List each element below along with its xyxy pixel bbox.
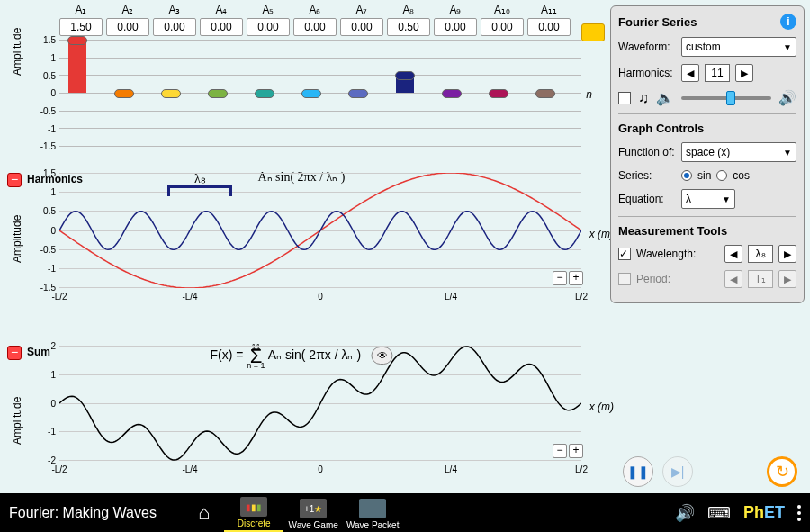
period-checkbox[interactable] — [618, 273, 631, 285]
function-of-label: Function of: — [618, 146, 676, 158]
equation-label: Equation: — [618, 193, 676, 205]
step-button[interactable]: ▶| — [662, 456, 693, 487]
nav-tab-wave-packet[interactable]: Wave Packet — [343, 497, 402, 532]
amp-slider-10[interactable] — [489, 89, 508, 98]
wavelength-next[interactable]: ▶ — [778, 245, 796, 263]
amp-header: A₁₀ — [481, 4, 524, 16]
chevron-down-icon: ▼ — [722, 194, 731, 204]
amp-input-5[interactable] — [247, 18, 290, 36]
keyboard-icon[interactable]: ⌨ — [707, 503, 731, 523]
harmonics-chart: 1.510.50-0.5-1-1.5 λ₈ x (m) − + -L/2-L/4… — [59, 173, 581, 288]
amp-input-1[interactable] — [59, 18, 103, 36]
amp-slider-8[interactable] — [395, 71, 415, 80]
sound-checkbox[interactable] — [618, 92, 631, 104]
amp-header: A₇ — [340, 4, 383, 16]
measurement-tools-heading: Measurement Tools — [618, 224, 727, 238]
info-button[interactable]: i — [780, 14, 796, 30]
waveform-select[interactable]: custom▼ — [681, 37, 796, 57]
nav-tab-wave-game[interactable]: +1★Wave Game — [284, 497, 343, 532]
wavelength-label: Wavelength: — [636, 248, 719, 260]
period-prev: ◀ — [724, 270, 742, 288]
navbar: Fourier: Making Waves ⌂ ▮▮▮Discrete+1★Wa… — [0, 493, 810, 532]
wavelength-prev[interactable]: ◀ — [724, 245, 742, 263]
period-value: T₁ — [748, 270, 773, 288]
series-sin-radio[interactable] — [681, 170, 692, 181]
amp-input-11[interactable] — [527, 18, 571, 36]
amp-input-6[interactable] — [293, 18, 337, 36]
equation-select[interactable]: λ▼ — [681, 189, 735, 209]
fourier-heading: Fourier Series — [618, 15, 697, 29]
harmonics-collapse-button[interactable]: − — [7, 173, 22, 187]
period-label: Period: — [636, 273, 719, 285]
harmonics-decrement[interactable]: ◀ — [681, 64, 699, 82]
speaker-high-icon: 🔊 — [778, 89, 796, 106]
wavelength-checkbox[interactable] — [618, 248, 631, 260]
control-panel: Fourier Series i Waveform: custom▼ Harmo… — [610, 5, 805, 303]
amp-slider-4[interactable] — [208, 89, 228, 98]
amp-header: A₈ — [387, 4, 430, 16]
series-cos-radio[interactable] — [716, 170, 727, 181]
amp-header: A₁₁ — [527, 4, 571, 16]
reset-button[interactable]: ↻ — [767, 456, 797, 487]
amp-header: A₃ — [153, 4, 196, 16]
amp-slider-2[interactable] — [114, 89, 134, 98]
amp-input-3[interactable] — [153, 18, 196, 36]
amp-header: A₅ — [247, 4, 290, 16]
amp-input-7[interactable] — [340, 18, 383, 36]
amp-header: A₆ — [293, 4, 337, 16]
phet-logo[interactable]: PhET — [743, 503, 785, 522]
eraser-button[interactable] — [581, 23, 605, 41]
amp-input-2[interactable] — [106, 18, 149, 36]
play-controls: ❚❚ ▶| — [623, 456, 693, 487]
lambda-marker-label: λ₈ — [194, 171, 206, 186]
pause-button[interactable]: ❚❚ — [623, 456, 653, 487]
amplitude-chart: 1.510.50-0.5-1-1.5 n — [59, 40, 581, 146]
amplitude-y-label: Amplitude — [11, 28, 23, 76]
app-title: Fourier: Making Waves — [9, 505, 157, 521]
amp-input-9[interactable] — [434, 18, 477, 36]
period-next: ▶ — [778, 270, 796, 288]
harmonics-zoom-in[interactable]: + — [569, 271, 583, 285]
wavelength-value: λ₈ — [748, 245, 773, 263]
amp-slider-5[interactable] — [255, 89, 274, 98]
amp-header: A₁ — [59, 4, 103, 16]
chevron-down-icon: ▼ — [783, 148, 792, 158]
menu-button[interactable] — [797, 505, 801, 521]
amplitude-section: Amplitude A₁A₂A₃A₄A₅A₆A₇A₈A₉A₁₀A₁₁ 1.510… — [7, 4, 596, 157]
nav-tab-discrete[interactable]: ▮▮▮Discrete — [224, 495, 284, 532]
sum-x-label: x (m) — [590, 401, 614, 413]
amp-header: A₉ — [434, 4, 477, 16]
sound-toggle-icon[interactable]: 🔊 — [675, 503, 695, 523]
harmonics-count-label: Harmonics: — [618, 67, 676, 79]
amp-input-4[interactable] — [200, 18, 243, 36]
amp-slider-7[interactable] — [348, 89, 368, 98]
amp-header: A₄ — [200, 4, 243, 16]
amp-slider-1[interactable] — [68, 36, 87, 45]
amp-slider-6[interactable] — [302, 89, 321, 98]
sum-collapse-button[interactable]: − — [7, 346, 22, 360]
waveform-label: Waveform: — [618, 41, 676, 53]
amp-input-8[interactable] — [387, 18, 430, 36]
n-axis-label: n — [586, 88, 592, 101]
harmonics-section: − Harmonics Aₙ sin( 2πx / λₙ ) Amplitude… — [7, 173, 596, 320]
volume-slider[interactable] — [681, 96, 771, 100]
music-note-icon: ♫ — [638, 90, 649, 106]
sum-chart: 210-1-2 x (m) − + -L/2-L/40L/4L/2 — [59, 346, 581, 461]
amp-slider-3[interactable] — [161, 89, 181, 98]
harmonics-y-label: Amplitude — [11, 215, 23, 263]
amp-slider-9[interactable] — [442, 89, 462, 98]
sum-section: − Sum F(x) = 11Σn = 1 Aₙ sin( 2πx / λₙ )… — [7, 346, 596, 508]
sum-y-label: Amplitude — [11, 397, 23, 445]
sum-zoom-in[interactable]: + — [569, 444, 583, 458]
amp-header: A₂ — [106, 4, 149, 16]
amp-slider-11[interactable] — [536, 89, 555, 98]
harmonics-increment[interactable]: ▶ — [735, 64, 753, 82]
wavelength-marker[interactable]: λ₈ — [167, 185, 232, 196]
harmonics-zoom-out[interactable]: − — [553, 271, 567, 285]
chevron-down-icon: ▼ — [783, 42, 792, 52]
sum-zoom-out[interactable]: − — [553, 444, 567, 458]
amp-input-10[interactable] — [481, 18, 524, 36]
function-of-select[interactable]: space (x)▼ — [681, 142, 796, 162]
home-button[interactable]: ⌂ — [198, 501, 210, 525]
graph-controls-heading: Graph Controls — [618, 122, 704, 135]
